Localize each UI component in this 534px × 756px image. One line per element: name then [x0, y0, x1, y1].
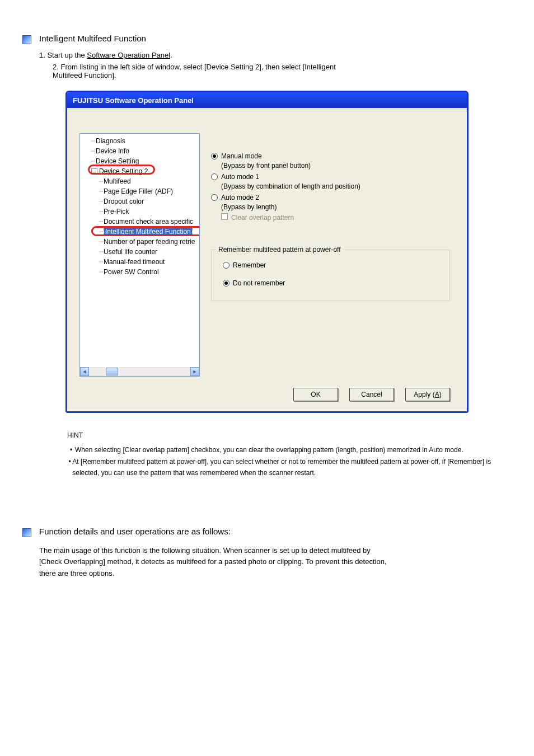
- tree-num-paper-feeding-retries[interactable]: Number of paper feeding retrie: [104, 238, 195, 246]
- radio-manual-mode[interactable]: [211, 153, 218, 159]
- sop-dialog: FUJITSU Software Operation Panel ┄Diagno…: [65, 91, 469, 413]
- ok-button[interactable]: OK: [293, 388, 338, 401]
- label-manual-mode: Manual mode: [221, 152, 262, 160]
- tree-multifeed[interactable]: Multifeed: [104, 177, 131, 185]
- apply-button[interactable]: Apply (A): [405, 388, 450, 401]
- remember-groupbox: Remember multifeed pattern at power-off …: [211, 250, 450, 301]
- groupbox-legend: Remember multifeed pattern at power-off: [216, 246, 343, 253]
- label-do-not-remember: Do not remember: [233, 279, 285, 287]
- scroll-left-icon[interactable]: ◄: [80, 367, 89, 376]
- dialog-button-row: OK Cancel Apply (A): [79, 388, 450, 401]
- square-bullet-icon: [22, 528, 31, 537]
- cancel-button[interactable]: Cancel: [349, 388, 394, 401]
- section-heading-2: Function details and user operations are…: [39, 527, 231, 536]
- hint-block: HINT •When selecting [Clear overlap patt…: [67, 430, 512, 479]
- section-heading-row-2: Function details and user operations are…: [22, 527, 512, 537]
- sub-auto1: (Bypass by combination of length and pos…: [221, 182, 450, 190]
- step-2: 2. From listing in the left side of wind…: [53, 63, 512, 79]
- tree-device-info[interactable]: Device Info: [96, 147, 129, 155]
- scroll-right-icon[interactable]: ►: [190, 367, 199, 376]
- dialog-title: FUJITSU Software Operation Panel: [73, 96, 194, 105]
- tree-diagnosis[interactable]: Diagnosis: [96, 137, 125, 145]
- radio-auto-mode-2[interactable]: [211, 194, 218, 201]
- bullet-icon: •: [67, 456, 72, 479]
- tree-useful-life-counter[interactable]: Useful life counter: [104, 248, 157, 256]
- tree-device-setting-2[interactable]: Device Setting 2: [99, 167, 148, 175]
- bullet-icon: •: [67, 444, 75, 456]
- hint-item-2: At [Remember multifeed pattern at power-…: [72, 456, 512, 479]
- expand-icon[interactable]: –: [91, 168, 97, 175]
- step1-suffix: .: [170, 51, 172, 59]
- sub-manual: (Bypass by front panel button): [221, 162, 450, 170]
- dialog-titlebar: FUJITSU Software Operation Panel: [67, 92, 467, 108]
- hint-lead: HINT: [67, 430, 512, 441]
- sub-auto2: (Bypass by length): [221, 203, 450, 211]
- bottom-paragraph: The main usage of this function is the f…: [39, 545, 512, 580]
- label-auto-mode-1: Auto mode 1: [221, 173, 259, 181]
- tree-dropout-color[interactable]: Dropout color: [104, 198, 144, 205]
- checkbox-clear-overlap: [221, 213, 228, 220]
- tree-manual-feed-timeout[interactable]: Manual-feed timeout: [104, 258, 165, 266]
- tree-hscrollbar[interactable]: ◄ ►: [80, 367, 199, 376]
- hint-item-1: When selecting [Clear overlap pattern] c…: [75, 444, 463, 456]
- section-heading: Intelligent Multifeed Function: [39, 34, 146, 43]
- radio-do-not-remember[interactable]: [223, 280, 229, 287]
- tree-intelligent-multifeed[interactable]: Intelligent Multifeed Function: [104, 227, 193, 236]
- tree-power-sw-control[interactable]: Power SW Control: [104, 268, 159, 276]
- step1-prefix: 1. Start up the: [39, 51, 87, 59]
- tree-pre-pick[interactable]: Pre-Pick: [104, 208, 129, 215]
- radio-auto-mode-1[interactable]: [211, 173, 218, 180]
- options-pane: Manual mode (Bypass by front panel butto…: [211, 133, 450, 377]
- tree-doc-check-area[interactable]: Document check area specific: [104, 218, 193, 226]
- section-heading-row: Intelligent Multifeed Function: [22, 34, 512, 44]
- step-1: 1. Start up the Software Operation Panel…: [39, 51, 512, 59]
- tree-device-setting[interactable]: Device Setting: [96, 157, 139, 165]
- label-auto-mode-2: Auto mode 2: [221, 194, 259, 201]
- sop-link[interactable]: Software Operation Panel: [87, 51, 170, 59]
- dialog-body: ┄Diagnosis ┄Device Info ┄Device Setting …: [67, 108, 467, 411]
- settings-tree[interactable]: ┄Diagnosis ┄Device Info ┄Device Setting …: [79, 133, 200, 377]
- square-bullet-icon: [22, 35, 31, 44]
- radio-remember[interactable]: [223, 262, 229, 269]
- scroll-thumb[interactable]: [106, 368, 118, 375]
- label-clear-overlap: Clear overlap pattern: [231, 214, 294, 222]
- label-remember: Remember: [233, 261, 266, 269]
- tree-page-edge-filler[interactable]: Page Edge Filler (ADF): [104, 187, 173, 195]
